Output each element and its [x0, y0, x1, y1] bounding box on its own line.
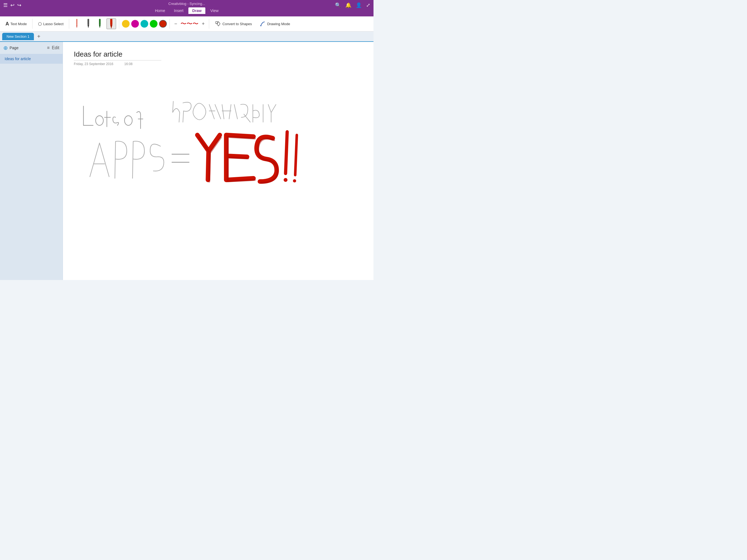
add-user-icon[interactable]: 👤	[356, 2, 362, 8]
svg-marker-1	[76, 25, 77, 28]
menu-home[interactable]: Home	[151, 7, 169, 14]
add-page-button[interactable]: ⊕ Page	[3, 45, 19, 51]
text-mode-label: Text Mode	[10, 22, 27, 26]
lasso-label: Lasso Select	[43, 22, 63, 26]
thickness-controls: − 〜〜〜 +	[173, 20, 206, 28]
page-divider	[74, 60, 161, 60]
title-bar: ☰ ↩ ↪ Creativblog - Syncing... Home Inse…	[0, 0, 374, 17]
expand-icon[interactable]: ⤢	[366, 2, 370, 8]
decrease-thickness-button[interactable]: −	[173, 20, 179, 28]
window-controls[interactable]: 🔍 🔔 👤 ⤢	[335, 2, 370, 8]
canvas-area: Ideas for article Friday, 23 September 2…	[63, 42, 374, 280]
drawing-mode-label: Drawing Mode	[267, 22, 290, 26]
main-layout: ⊕ Page ≡ Edit Ideas for article Ideas fo…	[0, 42, 374, 280]
sidebar-edit-button[interactable]: Edit	[52, 45, 59, 50]
svg-marker-5	[99, 25, 101, 28]
svg-point-10	[260, 25, 261, 26]
color-pink[interactable]	[131, 20, 139, 28]
svg-line-20	[295, 135, 297, 175]
svg-marker-3	[87, 25, 89, 28]
section-tab-label: New Section 1	[6, 34, 29, 39]
add-tab-button[interactable]: +	[35, 32, 43, 40]
search-icon[interactable]: 🔍	[335, 2, 341, 8]
undo-icon[interactable]: ↩	[10, 2, 15, 8]
drawing-area[interactable]	[74, 71, 363, 263]
sidebar-view-button[interactable]: ≡	[47, 45, 50, 50]
svg-rect-0	[76, 19, 77, 25]
menu-draw[interactable]: Draw	[188, 7, 205, 14]
svg-rect-2	[87, 19, 89, 25]
color-yellow[interactable]	[122, 20, 130, 28]
drawing-mode-icon	[260, 21, 265, 27]
section-tab[interactable]: New Section 1	[2, 33, 34, 40]
svg-point-11	[96, 116, 103, 125]
sidebar-actions: ≡ Edit	[47, 45, 59, 50]
thickness-preview: 〜〜〜	[180, 20, 199, 28]
svg-point-14	[124, 116, 132, 125]
menu-bar: Home Insert Draw View	[151, 7, 223, 15]
drawing-mode-button[interactable]: Drawing Mode	[257, 20, 293, 28]
increase-thickness-button[interactable]: +	[200, 20, 206, 28]
color-red[interactable]	[159, 20, 167, 28]
add-page-label: Page	[9, 46, 19, 50]
convert-label: Convert to Shapes	[222, 22, 252, 26]
svg-point-19	[284, 178, 287, 182]
page-meta: Friday, 23 September 2016 16:08	[74, 62, 363, 66]
text-mode-icon: A	[5, 21, 9, 27]
add-page-icon: ⊕	[3, 45, 8, 51]
redo-icon[interactable]: ↪	[17, 2, 21, 8]
menu-insert[interactable]: Insert	[170, 7, 187, 14]
lasso-icon: ⬡	[38, 21, 42, 27]
tabs-bar: New Section 1 +	[0, 31, 374, 42]
svg-point-21	[293, 179, 296, 183]
svg-rect-4	[99, 19, 101, 25]
sidebar-header: ⊕ Page ≡ Edit	[0, 42, 62, 54]
app-title: Creativblog - Syncing...	[169, 2, 205, 6]
page-content: Ideas for article Friday, 23 September 2…	[63, 42, 374, 280]
toolbar: A Text Mode ⬡ Lasso Select	[0, 17, 374, 31]
svg-marker-7	[110, 25, 112, 29]
bell-icon[interactable]: 🔔	[345, 2, 351, 8]
svg-marker-9	[217, 22, 220, 26]
page-title: Ideas for article	[74, 50, 363, 58]
page-item-ideas[interactable]: Ideas for article	[0, 54, 62, 64]
convert-icon	[215, 21, 221, 27]
left-controls[interactable]: ☰ ↩ ↪	[3, 2, 21, 8]
color-cyan[interactable]	[140, 20, 148, 28]
pen-tool-4[interactable]	[106, 18, 116, 29]
convert-to-shapes-button[interactable]: Convert to Shapes	[212, 20, 255, 28]
pen-tool-3[interactable]	[95, 18, 105, 29]
sidebar: ⊕ Page ≡ Edit Ideas for article	[0, 42, 63, 280]
separator-4	[170, 19, 170, 29]
separator-2	[69, 19, 69, 29]
hamburger-icon[interactable]: ☰	[3, 2, 8, 8]
svg-rect-6	[110, 19, 112, 25]
page-date: Friday, 23 September 2016	[74, 62, 113, 66]
text-mode-button[interactable]: A Text Mode	[3, 20, 29, 28]
svg-line-18	[285, 132, 287, 174]
separator-3	[119, 19, 119, 29]
pen-tool-2[interactable]	[83, 18, 93, 29]
color-green[interactable]	[150, 20, 157, 28]
drawing-svg	[74, 71, 363, 263]
page-time: 16:08	[124, 62, 133, 66]
pen-tool-1[interactable]	[72, 18, 82, 29]
menu-view[interactable]: View	[206, 7, 222, 14]
lasso-select-button[interactable]: ⬡ Lasso Select	[35, 20, 66, 28]
